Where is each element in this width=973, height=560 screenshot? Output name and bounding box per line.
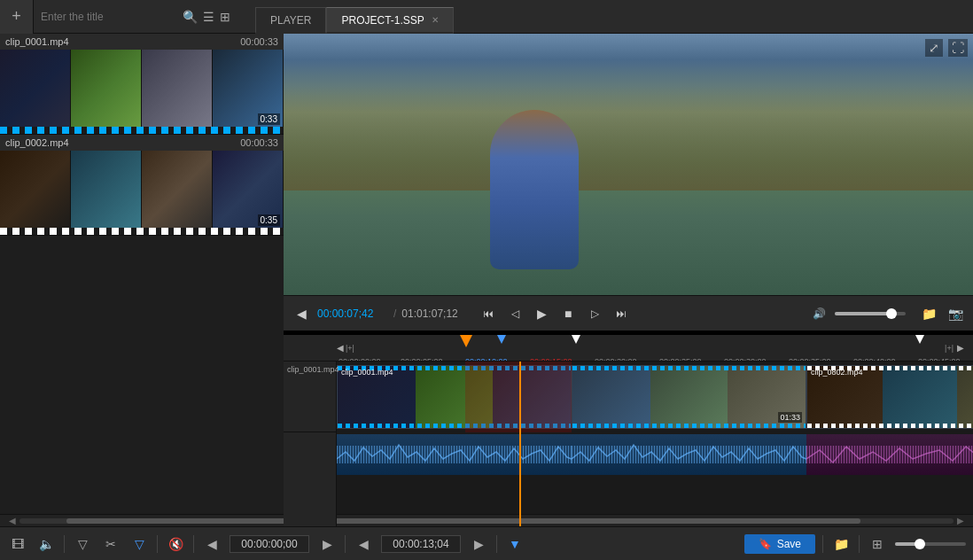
save-label: Save <box>777 538 801 550</box>
funnel-icon[interactable]: ▼ <box>504 537 525 551</box>
title-input[interactable] <box>34 11 175 23</box>
ruler-arrow-left[interactable]: ◀ <box>337 343 344 353</box>
ruler-arrow-right[interactable]: ▶ <box>957 343 964 353</box>
scroll-track[interactable] <box>19 518 954 524</box>
add-button[interactable]: + <box>0 0 34 34</box>
tab-close-icon[interactable]: ✕ <box>432 15 439 25</box>
audio-seg-1 <box>337 434 572 475</box>
timeline-prev-button[interactable]: ◀ <box>201 537 222 551</box>
player-container: ⤢ ⛶ ◀ 00:00:07;42 / 01:01:07;12 ⏮ ◁ ▶ ■ … <box>284 34 973 335</box>
seg-time-1: 01:33 <box>778 412 802 423</box>
left-panel: clip_0001.mp4 00:00:33 0:33 <box>0 34 284 560</box>
filmstrip-bottom-1 <box>0 127 284 134</box>
seg-label-2: clip_0802.mp4 <box>811 368 863 377</box>
volume-icon[interactable]: 🔊 <box>808 307 829 320</box>
seg-t5 <box>650 366 728 428</box>
zoom-fill <box>895 542 916 546</box>
scissors-icon[interactable]: ✂ <box>100 537 121 551</box>
scroll-left-arrow[interactable]: ◀ <box>9 516 16 525</box>
timeline-time-1[interactable]: 00:00:00;00 <box>230 535 309 553</box>
app-window: + 🔍 ☰ ⊞ PLAYER PROJECT-1.SSP ✕ clip_0001… <box>0 0 973 560</box>
seg-t8 <box>883 366 958 428</box>
white-marker-1 <box>572 335 580 344</box>
waveform-2 <box>572 434 806 475</box>
frame-back-button[interactable]: ◁ <box>504 307 525 320</box>
clip-seg-1[interactable]: clip_0001.mp4 <box>337 365 572 429</box>
audio-seg-3 <box>806 434 973 475</box>
thumb-2-1 <box>0 151 71 235</box>
folder2-icon[interactable]: 📁 <box>830 537 852 551</box>
video-track-header: clip_0001.mp4 <box>284 362 336 432</box>
step-back-button[interactable]: ⏮ <box>478 307 499 320</box>
current-time-display: 00:00:07;42 <box>317 307 388 320</box>
timeline-next2-button[interactable]: ▶ <box>468 537 489 551</box>
tab-player[interactable]: PLAYER <box>255 7 326 34</box>
video-track: clip_0001.mp4 <box>337 362 973 432</box>
bottom-sep-6 <box>822 535 823 553</box>
volume-slider[interactable] <box>835 312 906 315</box>
scroll-thumb <box>66 518 860 524</box>
seg-t9 <box>957 366 973 428</box>
waveform-svg-2 <box>572 434 806 475</box>
audio-track <box>337 432 973 481</box>
zoom-slider[interactable] <box>895 542 966 546</box>
bottom-bar: 🎞 🔈 ▽ ✂ ▽ 🔇 ◀ 00:00:00;00 ▶ ◀ 00:00:13;0… <box>0 526 973 560</box>
list-view-icon[interactable]: ☰ <box>203 10 214 24</box>
playhead-arrow <box>460 335 472 347</box>
total-time-display: 01:01:07;12 <box>401 307 472 320</box>
bottom-sep-4 <box>345 535 346 553</box>
top-bar-icons: 🔍 ☰ ⊞ <box>175 10 237 24</box>
tab-area: PLAYER PROJECT-1.SSP ✕ <box>255 0 454 33</box>
folder-icon[interactable]: 📁 <box>918 307 939 321</box>
bottom-sep-7 <box>859 535 860 553</box>
bottom-sep-5 <box>496 535 497 553</box>
tab-project[interactable]: PROJECT-1.SSP ✕ <box>326 7 453 34</box>
speaker-icon[interactable]: 🔈 <box>35 537 57 551</box>
mute-icon[interactable]: 🔇 <box>165 537 186 551</box>
clip-seg-3[interactable]: clip_0802.mp4 <box>806 365 973 429</box>
seg-t4 <box>572 366 650 428</box>
clip-item-2[interactable]: clip_0002.mp4 00:00:33 0:35 <box>0 135 284 236</box>
camera-snapshot-icon[interactable]: 📷 <box>945 307 966 321</box>
white-marker-2 <box>915 335 924 344</box>
film-icon[interactable]: 🎞 <box>7 537 28 551</box>
expand-icon[interactable]: ⤢ <box>925 39 943 57</box>
thumb-1-2 <box>71 50 142 134</box>
bottom-sep-3 <box>193 535 194 553</box>
seg-label-1: clip_0001.mp4 <box>341 368 393 377</box>
stop-button[interactable]: ■ <box>557 307 579 321</box>
video-mountains <box>284 86 973 191</box>
clip-time-overlay-1: 0:33 <box>258 113 280 125</box>
timeline-next-button[interactable]: ▶ <box>316 537 338 551</box>
audio-seg-2 <box>572 434 806 475</box>
filter2-icon[interactable]: ▽ <box>128 537 150 551</box>
blue-marker <box>497 335 506 344</box>
bottom-sep-2 <box>157 535 158 553</box>
play-button[interactable]: ▶ <box>531 307 552 321</box>
timeline-prev2-button[interactable]: ◀ <box>353 537 374 551</box>
layout-icon[interactable]: ⊞ <box>867 537 888 551</box>
filter-icon[interactable]: ▽ <box>72 537 93 551</box>
time-separator: / <box>393 307 396 320</box>
fullscreen-icon[interactable]: ⛶ <box>948 39 968 57</box>
grid-view-icon[interactable]: ⊞ <box>220 10 230 24</box>
seg-filmstrip-bottom-1 <box>338 424 571 428</box>
clip-seg-2[interactable]: 01:33 <box>572 365 806 429</box>
waveform-1 <box>337 434 572 475</box>
waveform-svg-1 <box>337 434 572 475</box>
timeline-ruler: ◀ |+| 00:00:00;00 00:00:05;00 00:00:10;0… <box>284 335 973 362</box>
fast-fwd-button[interactable]: ⏭ <box>611 307 632 320</box>
save-button[interactable]: 🔖 Save <box>744 534 815 554</box>
search-icon[interactable]: 🔍 <box>183 10 198 24</box>
ruler-left-controls: ◀ |+| <box>337 335 354 361</box>
scroll-right-arrow[interactable]: ▶ <box>957 516 964 525</box>
prev-button[interactable]: ◀ <box>291 307 312 321</box>
waveform-svg-3 <box>806 434 973 475</box>
timeline-time-2[interactable]: 00:00:13;04 <box>381 535 461 553</box>
thumb-2-3 <box>142 151 213 235</box>
frame-fwd-button[interactable]: ▷ <box>584 307 605 320</box>
clip-thumbnails-2: 0:35 <box>0 151 284 235</box>
clip-item-1[interactable]: clip_0001.mp4 00:00:33 0:33 <box>0 34 284 135</box>
seg-filmstrip-bottom-3 <box>807 424 973 428</box>
thumb-row-2 <box>0 151 284 235</box>
